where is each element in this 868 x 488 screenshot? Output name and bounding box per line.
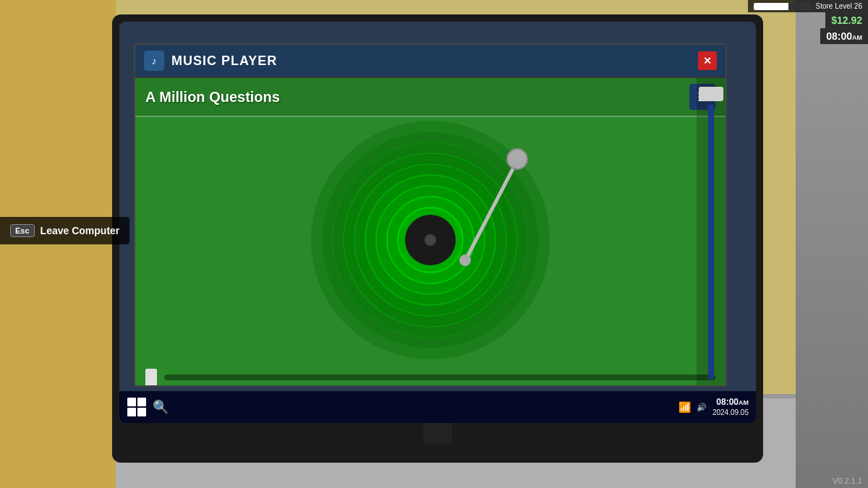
store-level-label: Store Level 26 [816,2,863,10]
leave-computer-button[interactable]: Esc Leave Computer [0,217,129,244]
progress-area [135,363,726,385]
progress-thumb[interactable] [145,369,157,385]
wall-right [796,0,868,488]
song-title-bar: A Million Questions ☰ [135,78,726,117]
time-display-top: 08:00AM [820,28,868,44]
window-content: A Million Questions ☰ [135,78,726,385]
speaker-icon: 🔊 [697,403,707,412]
progress-track[interactable] [164,374,715,380]
store-level-bar: Store Level 26 [748,0,869,12]
volume-slider-container [697,78,726,385]
music-icon: ♪ [144,51,164,71]
leave-computer-label: Leave Computer [41,225,120,236]
vinyl-record [307,117,553,363]
level-progress-bar [754,3,812,10]
version-text: V0.2.1.1 [833,476,862,485]
vinyl-display [135,117,726,363]
song-title: A Million Questions [145,89,280,106]
monitor-base [365,445,510,459]
monitor-bezel: ♪ MUSIC PLAYER ✕ A Million Questions ☰ [119,22,756,423]
money-display: $12.92 [825,12,868,28]
search-icon[interactable]: 🔍 [153,399,169,415]
window-titlebar: ♪ MUSIC PLAYER ✕ [135,45,726,78]
window-title: MUSIC PLAYER [171,53,691,69]
taskbar-time-value: 08:00AM [712,397,749,408]
level-fill [754,3,788,10]
svg-point-13 [459,254,471,266]
windows-icon [127,398,146,416]
taskbar-date: 2024.09.05 [712,408,749,417]
scene: ♪ MUSIC PLAYER ✕ A Million Questions ☰ [0,0,868,488]
volume-knob[interactable] [699,87,723,101]
hud-top-right: Store Level 26 $12.92 08:00AM [748,0,869,44]
volume-track[interactable] [708,104,714,380]
svg-point-10 [425,234,436,246]
taskbar-right: 📶 🔊 08:00AM 2024.09.05 [678,397,749,418]
screen: ♪ MUSIC PLAYER ✕ A Million Questions ☰ [119,22,756,423]
svg-point-12 [507,149,527,169]
vinyl-area: A Million Questions ☰ [135,78,726,385]
monitor-outer: ♪ MUSIC PLAYER ✕ A Million Questions ☰ [112,14,763,463]
esc-badge: Esc [10,224,35,237]
taskbar-time: 08:00AM 2024.09.05 [712,397,749,418]
monitor-neck [423,423,452,445]
wifi-icon: 📶 [678,401,691,413]
close-button[interactable]: ✕ [698,51,717,70]
win-taskbar: 🔍 📶 🔊 08:00AM 2024.09.05 [119,391,756,423]
music-player-window: ♪ MUSIC PLAYER ✕ A Million Questions ☰ [134,43,727,387]
start-button[interactable] [127,397,147,417]
